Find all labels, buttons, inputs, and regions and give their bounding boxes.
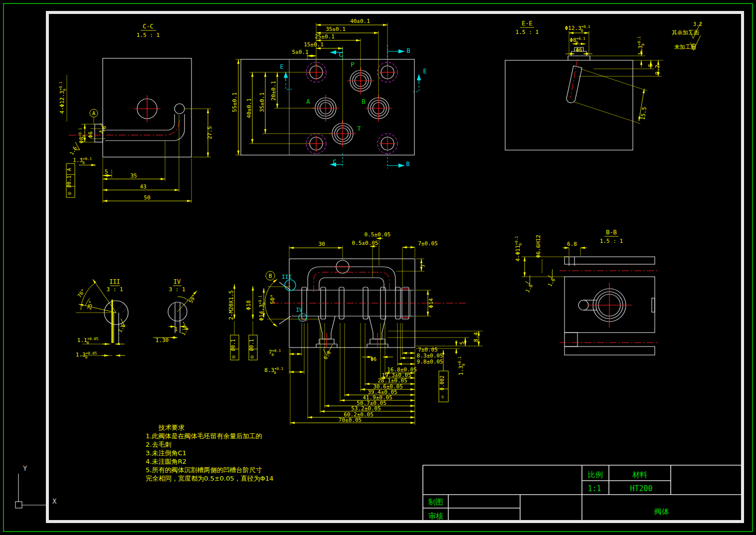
technical-requirements: 技术要求 1.此阀体是在阀体毛坯留有余量后加工的2.去毛刺3.未注倒角C14.未… [146,423,295,483]
dim-label: 4-Φ11+0.10 [514,236,523,261]
dim-label: 1.3+0.10 [73,157,92,165]
dim-label: 1.6 [69,146,78,156]
dim-label: 59° [188,294,197,304]
dim-label: 0.5±0.05 [352,240,378,246]
dim-label: 35±0.1 [326,26,346,32]
dim-label: A [66,168,72,171]
port-b [365,95,392,122]
view-central-section [230,238,483,425]
dim-label: 5 [105,169,108,175]
dim-label: 1.3+0.10 [637,36,645,55]
dim-label: 25±0.1 [315,33,335,40]
dim-label: 20±0.1 [270,81,277,101]
view-scale-cc: 1.5 : 1 [137,32,160,38]
tech-requirement-line: 1.此阀体是在阀体毛坯留有余量后加工的 [146,432,295,440]
drafter-label: 制图 [428,498,443,507]
dim-label: 1.1+0.050 [77,337,98,345]
dim-label: 1.6 [181,326,190,337]
port-t [329,120,356,147]
dim-label: 9.8±0.05 [417,358,443,365]
dim-label: 40±0.1 [350,18,370,24]
dim-label: Ø0.1 [230,339,236,351]
dim-label: ▱ [439,395,445,398]
tech-requirement-line: 5.所有的阀体沉割槽两侧的凹槽台阶尺寸 [146,466,295,474]
dim-label: 1.30 [156,337,169,344]
dim-label: 35 [130,173,137,179]
view-scale-iv: 3 : 1 [169,286,185,293]
dim-label: 40±0.1 [246,98,252,118]
dim-label: 15.5 [639,106,648,120]
dim-label: 5 [459,342,465,345]
section-e-label: E [280,63,283,70]
dim-label: 5 [647,64,654,67]
dim-label: 4-Φ12.3+0.10 [58,82,67,114]
dim-label: 1.6 [525,283,534,294]
port-t-label: T [357,125,361,132]
tech-req-lines: 1.此阀体是在阀体毛坯留有余量后加工的2.去毛刺3.未注倒角C14.未注圆角R2… [146,432,295,483]
dim-label: 1 [175,327,178,332]
title-block: 比例 材料 1:1 HT200 制图 审核 阀体 [423,465,742,522]
port-a-label: A [306,98,310,105]
dim-label: 50° [269,294,276,304]
view-title-iv: IV [174,278,181,285]
material-label: 材料 [632,470,647,479]
port-b-label: B [362,98,366,105]
section-e-label: E [423,68,426,75]
dim-label: Φ6 [371,357,377,362]
dim-label: Φ14 [428,298,434,308]
dimension-labels: C-C1.5 : 14-Φ12.3+0.10Φ8+0.10Φ61.61.61.3… [58,18,702,423]
dim-label: Φ8+0.10 [569,36,585,45]
view-title-ee: E-E [522,20,533,27]
datum-a-label: A [92,110,96,117]
detail-iv-marker-label: IV [296,307,303,313]
dim-label: 1.6 [98,125,108,135]
dim-label: 50 [144,194,150,201]
ucs-x-label: X [52,497,57,505]
dim-label: ◎ [249,356,254,358]
dim-label: 2-M20X1.5 [228,290,234,320]
dim-label: 1.6 [547,277,557,288]
detail-iii-marker-label: III [282,274,292,280]
view-scale-bb: 1.5 : 1 [600,238,623,244]
view-scale-iii: 3 : 1 [106,286,123,293]
scale-value: 1:1 [587,484,601,493]
bottom-port-1 [316,316,337,348]
section-b-label: B [406,47,410,54]
ucs-y-label: Y [23,464,27,472]
dim-label: 35±0.1 [259,92,265,112]
dim-label: 0.002 [439,375,445,390]
cad-drawing-canvas: .ob{stroke:#dadada;stroke-width:1.2;fill… [0,0,756,535]
paper-border [3,3,753,532]
spool-grooves [302,287,409,319]
dim-label: 30 [318,241,325,247]
dim-label: Ø0.1 [66,176,72,187]
dim-label: ◎ [230,356,236,358]
part-name: 阀体 [654,507,669,516]
dim-label: 27.5 [206,126,213,140]
material-value: HT200 [630,484,652,493]
drawing-sheet: .ob{stroke:#dadada;stroke-width:1.2;fill… [0,0,756,535]
dim-label: 1.3+0.10 [457,357,466,375]
tech-requirement-line: 2.去毛刺 [146,440,295,449]
section-b-label: B [406,161,409,168]
dim-label: Φ6 [575,47,582,53]
dim-label: 8.4 [473,332,479,342]
ucs-icon: Y X [15,464,57,508]
dim-label: Ø0.1 [249,339,254,351]
dim-label: Φ6 [87,131,94,138]
section-c-label: C [339,51,342,58]
dim-label: Φ18 [245,300,252,310]
dim-label: ◎ [66,192,72,195]
dim-label: Φ12.3+0.10 [565,24,590,33]
dim-label: 0.5±0.05 [365,231,391,238]
view-title-iii: III [109,278,120,285]
tech-requirement-line: 4.未注圆角R2 [146,457,295,466]
section-c-label: C [333,159,336,166]
tech-requirement-line: 3.未注倒角C1 [146,449,295,457]
checker-label: 审核 [428,512,443,521]
view-title-cc: C-C [143,23,154,30]
view-title-bb: B-B [606,229,617,236]
port-p-label: P [351,61,355,68]
dim-label: 7±0.05 [418,240,438,247]
dim-label: 9.2 [654,65,661,75]
